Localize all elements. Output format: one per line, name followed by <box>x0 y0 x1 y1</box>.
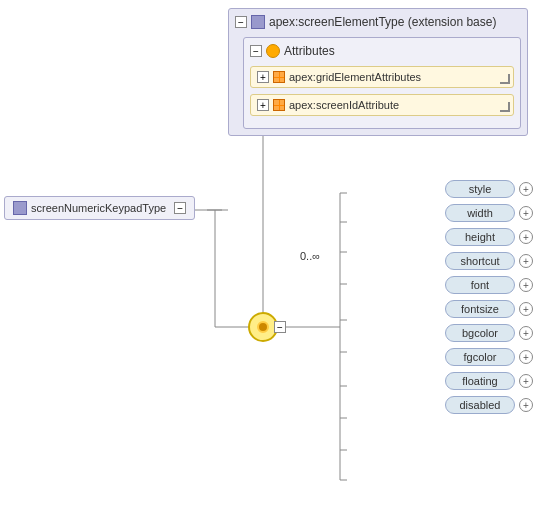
attr-row-height: height + <box>445 228 533 246</box>
attr-pill-floating: floating <box>445 372 515 390</box>
attr-bgcolor-add-btn[interactable]: + <box>519 326 533 340</box>
extension-title: apex:screenElementType (extension base) <box>269 15 496 29</box>
type-icon <box>13 201 27 215</box>
attr-fgcolor-add-btn[interactable]: + <box>519 350 533 364</box>
ref-item-screenid: + apex:screenIdAttribute <box>250 94 514 116</box>
extension-box: − apex:screenElementType (extension base… <box>228 8 528 136</box>
extension-type-icon <box>251 15 265 29</box>
attributes-title: Attributes <box>284 44 335 58</box>
ref-screenid-icon <box>273 99 285 111</box>
attributes-icon <box>266 44 280 58</box>
left-type-expand-btn[interactable]: − <box>174 202 186 214</box>
ref-grid-expand-btn[interactable]: + <box>257 71 269 83</box>
attr-shortcut-add-btn[interactable]: + <box>519 254 533 268</box>
ref-grid-label: apex:gridElementAttributes <box>289 71 421 83</box>
attributes-list: style + width + height + shortcut + font… <box>445 180 533 414</box>
attr-pill-shortcut: shortcut <box>445 252 515 270</box>
attr-floating-add-btn[interactable]: + <box>519 374 533 388</box>
center-minus-btn[interactable]: − <box>274 321 286 333</box>
extension-collapse-btn[interactable]: − <box>235 16 247 28</box>
ref-item-grid: + apex:gridElementAttributes <box>250 66 514 88</box>
attr-row-font: font + <box>445 276 533 294</box>
attr-row-bgcolor: bgcolor + <box>445 324 533 342</box>
attr-height-add-btn[interactable]: + <box>519 230 533 244</box>
ref-grid-icon <box>273 71 285 83</box>
attr-row-fgcolor: fgcolor + <box>445 348 533 366</box>
attr-pill-width: width <box>445 204 515 222</box>
attr-style-add-btn[interactable]: + <box>519 182 533 196</box>
attr-pill-fgcolor: fgcolor <box>445 348 515 366</box>
attr-pill-bgcolor: bgcolor <box>445 324 515 342</box>
attr-width-add-btn[interactable]: + <box>519 206 533 220</box>
attr-disabled-add-btn[interactable]: + <box>519 398 533 412</box>
center-element: − <box>248 312 278 342</box>
diagram-container: screenNumericKeypadType − − apex:screenE… <box>0 0 543 512</box>
attr-pill-height: height <box>445 228 515 246</box>
left-type-label: screenNumericKeypadType <box>31 202 166 214</box>
attr-pill-style: style <box>445 180 515 198</box>
ref-screenid-expand-btn[interactable]: + <box>257 99 269 111</box>
attr-pill-fontsize: fontsize <box>445 300 515 318</box>
multiplicity-label: 0..∞ <box>300 250 320 262</box>
attr-fontsize-add-btn[interactable]: + <box>519 302 533 316</box>
attr-row-style: style + <box>445 180 533 198</box>
attributes-box: − Attributes + apex:gridElementAttribute… <box>243 37 521 129</box>
attr-row-floating: floating + <box>445 372 533 390</box>
attr-row-shortcut: shortcut + <box>445 252 533 270</box>
attributes-header: − Attributes <box>250 44 514 58</box>
extension-header: − apex:screenElementType (extension base… <box>235 15 521 29</box>
ref-screenid-label: apex:screenIdAttribute <box>289 99 399 111</box>
attr-row-fontsize: fontsize + <box>445 300 533 318</box>
ref-screenid-corner <box>500 102 510 112</box>
attr-pill-disabled: disabled <box>445 396 515 414</box>
attr-row-disabled: disabled + <box>445 396 533 414</box>
attr-row-width: width + <box>445 204 533 222</box>
attr-font-add-btn[interactable]: + <box>519 278 533 292</box>
ref-grid-corner <box>500 74 510 84</box>
attributes-collapse-btn[interactable]: − <box>250 45 262 57</box>
gear-icon-inner <box>257 321 269 333</box>
attr-pill-font: font <box>445 276 515 294</box>
left-type-box: screenNumericKeypadType − <box>4 196 195 220</box>
